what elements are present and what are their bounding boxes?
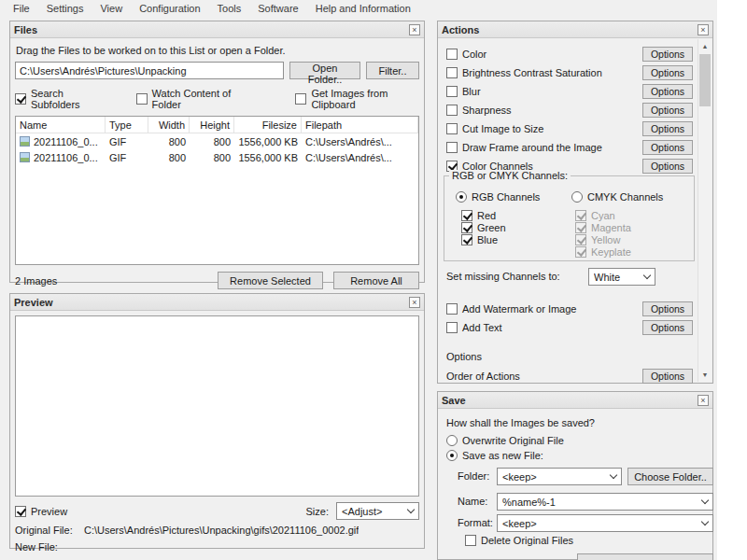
scroll-down-icon[interactable]: ▼ — [698, 368, 712, 382]
files-panel: Files × Drag the Files to be worked on t… — [9, 21, 425, 283]
search-subfolders-checkbox[interactable]: Search Subfolders — [15, 88, 105, 110]
radio-label: Save as new File: — [462, 450, 543, 461]
missing-channels-value: White — [594, 272, 640, 283]
checkbox-label: Green — [477, 222, 506, 233]
size-dropdown[interactable]: <Adjust> — [336, 502, 419, 520]
cmyk-channels-radio[interactable]: CMYK Channels — [571, 191, 663, 203]
checkbox-label: Magenta — [591, 222, 631, 233]
sharpness-options-button[interactable]: Options — [642, 103, 693, 118]
column-header-type[interactable]: Type — [106, 117, 148, 133]
format-dropdown[interactable]: <keep> — [497, 514, 713, 532]
rgb-channels-radio[interactable]: RGB Channels — [456, 191, 540, 203]
menu-bar: File Settings View Configuration Tools S… — [7, 0, 717, 16]
color-channels-options-button[interactable]: Options — [642, 159, 693, 174]
checkbox-box — [446, 49, 458, 60]
sharpness-checkbox[interactable]: Sharpness — [446, 105, 512, 116]
watermark-checkbox[interactable]: Add Watermark or Image — [446, 303, 576, 315]
scroll-up-icon[interactable]: ▲ — [698, 39, 712, 53]
order-options-button[interactable]: Options — [642, 369, 693, 384]
checkbox-box — [446, 123, 458, 134]
blur-options-button[interactable]: Options — [642, 84, 693, 99]
name-dropdown[interactable]: %name%-1 — [497, 493, 713, 511]
file-width: 800 — [148, 152, 190, 163]
missing-channels-row: Set missing Channels to: White — [439, 268, 698, 286]
folder-path-input[interactable] — [15, 62, 284, 79]
clipboard-images-checkbox[interactable]: Get Images from Clipboard — [295, 88, 419, 110]
menu-settings[interactable]: Settings — [45, 3, 86, 14]
add-text-options-button[interactable]: Options — [642, 320, 693, 335]
add-text-checkbox[interactable]: Add Text — [446, 322, 502, 333]
green-channel-checkbox[interactable]: Green — [461, 222, 506, 233]
save-as-new-radio[interactable]: Save as new File: — [446, 450, 543, 461]
checkbox-label: Keyplate — [591, 246, 631, 258]
scrollbar-thumb[interactable] — [699, 54, 711, 106]
remove-selected-button[interactable]: Remove Selected — [218, 272, 323, 289]
action-row-watermark: Add Watermark or Image Options — [439, 300, 698, 318]
column-header-width[interactable]: Width — [148, 117, 190, 133]
draw-frame-options-button[interactable]: Options — [642, 140, 693, 155]
missing-channels-dropdown[interactable]: White — [588, 268, 655, 286]
table-row[interactable]: 20211106_0... GIF 800 800 1556,000 KB C:… — [16, 133, 418, 149]
filter-button[interactable]: Filter.. — [366, 62, 419, 79]
brightness-options-button[interactable]: Options — [642, 65, 693, 80]
checkbox-label: Search Subfolders — [31, 88, 105, 110]
open-folder-button[interactable]: Open Folder.. — [289, 62, 360, 79]
radio-circle — [571, 191, 583, 203]
menu-view[interactable]: View — [98, 3, 124, 14]
checkbox-box — [575, 234, 586, 245]
actions-panel-title: Actions — [442, 24, 479, 35]
file-width: 800 — [148, 136, 190, 147]
order-of-actions-row: Order of Actions Options — [439, 368, 698, 384]
draw-frame-checkbox[interactable]: Draw Frame around the Image — [446, 142, 602, 153]
cut-to-size-checkbox[interactable]: Cut Image to Size — [446, 123, 543, 134]
file-path: C:\Users\Andrés\... — [302, 136, 418, 147]
close-icon[interactable]: × — [409, 297, 420, 308]
remove-all-button[interactable]: Remove All — [333, 272, 419, 289]
file-height: 800 — [190, 136, 234, 147]
column-header-height[interactable]: Height — [190, 117, 234, 133]
action-row-cut-to-size: Cut Image to Size Options — [439, 119, 698, 138]
folder-dropdown[interactable]: <keep> — [497, 468, 622, 485]
preview-panel-title: Preview — [14, 297, 53, 308]
table-header-row: Name Type Width Height Filesize Filepath — [16, 117, 418, 133]
column-header-filesize[interactable]: Filesize — [234, 117, 302, 133]
choose-folder-button[interactable]: Choose Folder.. — [627, 468, 713, 485]
red-channel-checkbox[interactable]: Red — [461, 210, 496, 221]
missing-channels-label: Set missing Channels to: — [446, 271, 560, 282]
menu-configuration[interactable]: Configuration — [137, 3, 202, 14]
delete-original-checkbox[interactable]: Delete Original Files — [465, 535, 573, 546]
checkbox-box — [575, 210, 586, 221]
color-options-button[interactable]: Options — [642, 47, 693, 62]
close-icon[interactable]: × — [698, 395, 709, 406]
save-panel-title: Save — [442, 395, 466, 406]
blue-channel-checkbox[interactable]: Blue — [461, 234, 498, 245]
close-icon[interactable]: × — [409, 24, 420, 35]
bottom-cut-button[interactable] — [577, 553, 713, 560]
actions-panel-titlebar: Actions × — [438, 21, 712, 38]
image-file-icon — [20, 136, 30, 147]
close-icon[interactable]: × — [698, 24, 709, 35]
menu-help[interactable]: Help and Information — [314, 3, 413, 14]
blur-checkbox[interactable]: Blur — [446, 86, 481, 97]
color-checkbox[interactable]: Color — [446, 49, 486, 60]
app-window: File Settings View Configuration Tools S… — [0, 0, 717, 560]
yellow-channel-checkbox: Yellow — [575, 234, 620, 245]
watch-folder-checkbox[interactable]: Watch Content of Folder — [136, 88, 249, 110]
file-name: 20211106_0... — [34, 152, 98, 163]
menu-tools[interactable]: Tools — [216, 3, 244, 14]
watermark-options-button[interactable]: Options — [642, 301, 693, 316]
table-row[interactable]: 20211106_0... GIF 800 800 1556,000 KB C:… — [16, 149, 418, 165]
action-row-color: Color Options — [439, 45, 698, 63]
column-header-name[interactable]: Name — [16, 117, 106, 133]
menu-file[interactable]: File — [11, 3, 32, 14]
menu-software[interactable]: Software — [256, 3, 300, 14]
brightness-checkbox[interactable]: Brightness Contrast Saturation — [446, 67, 602, 78]
preview-checkbox[interactable]: Preview — [15, 506, 67, 517]
checkbox-box — [446, 86, 458, 97]
overwrite-original-radio[interactable]: Overwrite Original File — [446, 435, 564, 446]
cut-to-size-options-button[interactable]: Options — [642, 121, 693, 136]
action-row-draw-frame: Draw Frame around the Image Options — [439, 138, 698, 157]
column-header-filepath[interactable]: Filepath — [302, 117, 418, 133]
actions-scrollbar[interactable]: ▲ ▼ — [698, 39, 712, 382]
checkbox-label: Cut Image to Size — [462, 123, 543, 134]
